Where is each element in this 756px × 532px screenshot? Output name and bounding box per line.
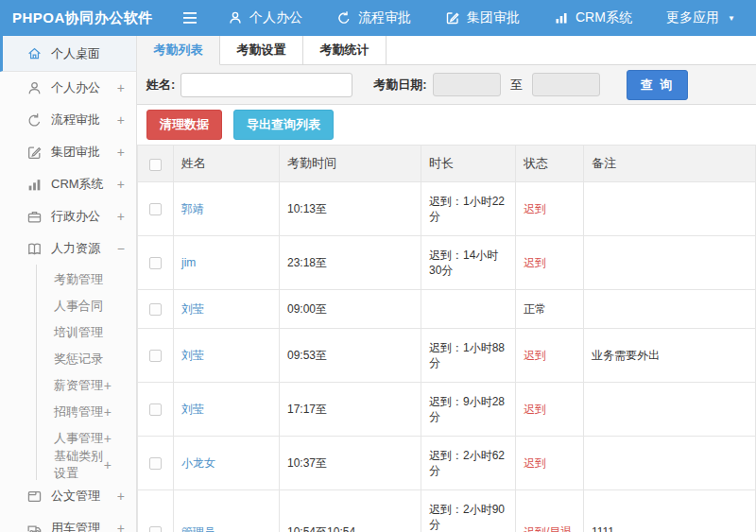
attendance-time: 10:37至 xyxy=(280,437,421,490)
table-row: 刘莹 09:00至 正常 xyxy=(138,290,756,329)
name-label: 姓名: xyxy=(146,77,175,94)
status-label: 迟到 xyxy=(516,437,584,490)
attendance-time: 23:18至 xyxy=(280,236,421,290)
attendance-time: 09:53至 xyxy=(280,329,421,383)
duration-cell xyxy=(421,290,516,329)
nav-workflow-approval[interactable]: 流程审批 xyxy=(336,9,411,26)
sidebar-subitem-reward-punishment[interactable]: 奖惩记录 xyxy=(37,346,136,372)
export-list-button[interactable]: 导出查询列表 xyxy=(233,110,334,140)
duration-cell: 迟到：9小时28分 xyxy=(421,383,516,437)
note-cell xyxy=(584,437,756,490)
table-row: 刘莹 17:17至 迟到：9小时28分 迟到 xyxy=(138,383,756,437)
sidebar-subitem-training-management[interactable]: 培训管理 xyxy=(37,319,136,346)
caret-down-icon: ▼ xyxy=(728,14,735,23)
row-checkbox[interactable] xyxy=(149,203,162,215)
sidebar-item-human-resources[interactable]: 人力资源 − xyxy=(0,232,136,265)
sidebar-subitem-recruitment-management[interactable]: 招聘管理 + xyxy=(37,399,136,425)
table-row: 管理员 10:54至10:54 迟到：2小时90分早退：7小时10分 迟到/早退… xyxy=(138,490,756,532)
nav-more-apps[interactable]: 更多应用 ▼ xyxy=(666,9,735,26)
book-icon xyxy=(26,241,43,257)
duration-cell: 迟到：1小时22分 xyxy=(421,182,516,236)
query-button[interactable]: 查 询 xyxy=(627,70,689,100)
row-checkbox[interactable] xyxy=(149,350,162,362)
duration-cell: 迟到：1小时88分 xyxy=(421,329,516,383)
action-toolbar: 清理数据 导出查询列表 xyxy=(137,105,756,145)
row-checkbox[interactable] xyxy=(149,303,162,316)
employee-name-link[interactable]: 小龙女 xyxy=(181,456,215,470)
status-label: 迟到 xyxy=(516,236,584,290)
employee-name-link[interactable]: jim xyxy=(181,256,196,269)
workflow-icon xyxy=(336,10,352,26)
date-to-input[interactable] xyxy=(532,73,600,96)
table-row: 郭靖 10:13至 迟到：1小时22分 迟到 xyxy=(138,182,756,236)
user-icon xyxy=(26,80,43,96)
tab-attendance-list[interactable]: 考勤列表 xyxy=(137,36,220,65)
edit-icon xyxy=(26,145,43,161)
column-header-note: 备注 xyxy=(584,146,756,182)
note-cell xyxy=(584,182,756,236)
column-header-duration: 时长 xyxy=(421,146,516,182)
sidebar-item-group-approval[interactable]: 集团审批 + xyxy=(0,136,136,168)
name-input[interactable] xyxy=(180,73,352,97)
bar-chart-icon xyxy=(554,10,569,26)
attendance-time: 17:17至 xyxy=(280,383,421,437)
note-cell xyxy=(584,290,756,329)
employee-name-link[interactable]: 刘莹 xyxy=(181,349,204,362)
status-label: 迟到 xyxy=(516,182,584,236)
home-icon xyxy=(26,45,43,61)
main-content: 考勤列表 考勤设置 考勤统计 姓名: 考勤日期: 至 查 询 清理数据 导出查询… xyxy=(137,36,756,532)
date-label: 考勤日期: xyxy=(373,77,426,94)
to-label: 至 xyxy=(510,77,523,94)
tab-attendance-settings[interactable]: 考勤设置 xyxy=(220,36,303,64)
sidebar-subitem-salary-management[interactable]: 薪资管理 + xyxy=(37,372,136,399)
menu-toggle-icon[interactable] xyxy=(182,11,199,25)
nav-crm-system[interactable]: CRM系统 xyxy=(554,9,632,26)
bar-chart-icon xyxy=(26,177,43,193)
row-checkbox[interactable] xyxy=(149,526,162,532)
employee-name-link[interactable]: 刘莹 xyxy=(181,403,204,416)
sidebar-subitem-attendance-management[interactable]: 考勤管理 xyxy=(37,266,136,293)
sidebar-item-vehicle-management[interactable]: 用车管理 + xyxy=(0,512,136,532)
duration-cell: 迟到：2小时90分早退：7小时10分 xyxy=(421,490,516,532)
row-checkbox[interactable] xyxy=(149,403,162,416)
status-label: 迟到 xyxy=(516,383,584,437)
status-label: 正常 xyxy=(516,290,584,329)
app-title: PHPOA协同办公软件 xyxy=(0,9,182,27)
nav-personal-office[interactable]: 个人办公 xyxy=(228,9,302,26)
sidebar-item-personal-office[interactable]: 个人办公 + xyxy=(0,72,136,104)
select-all-checkbox[interactable] xyxy=(149,159,162,171)
attendance-table: 姓名 考勤时间 时长 状态 备注 郭靖 10:13至 迟到：1小时22分 迟到 xyxy=(137,145,756,532)
user-icon xyxy=(228,10,243,26)
sidebar-item-personal-desktop[interactable]: 个人桌面 xyxy=(0,36,136,72)
sidebar-item-crm-system[interactable]: CRM系统 + xyxy=(0,168,136,200)
sidebar: 个人桌面 个人办公 + 流程审批 + 集团审批 + xyxy=(0,36,137,532)
duration-cell: 迟到：2小时62分 xyxy=(421,437,516,490)
sidebar-subitem-base-category-settings[interactable]: 基础类别设置 + xyxy=(37,452,136,478)
sidebar-item-admin-office[interactable]: 行政办公 + xyxy=(0,200,136,232)
briefcase-icon xyxy=(26,209,43,225)
date-from-input[interactable] xyxy=(433,73,501,96)
column-header-name: 姓名 xyxy=(174,146,280,182)
note-cell xyxy=(584,236,756,290)
employee-name-link[interactable]: 管理员 xyxy=(181,525,215,532)
row-checkbox[interactable] xyxy=(149,457,162,470)
status-label: 迟到 xyxy=(516,329,584,383)
clean-data-button[interactable]: 清理数据 xyxy=(146,110,222,140)
table-row: jim 23:18至 迟到：14小时30分 迟到 xyxy=(138,236,756,290)
search-bar: 姓名: 考勤日期: 至 查 询 xyxy=(137,65,756,105)
table-row: 小龙女 10:37至 迟到：2小时62分 迟到 xyxy=(138,437,756,490)
nav-group-approval[interactable]: 集团审批 xyxy=(445,9,520,26)
truck-icon xyxy=(26,521,43,532)
tab-attendance-stats[interactable]: 考勤统计 xyxy=(303,36,387,64)
employee-name-link[interactable]: 郭靖 xyxy=(181,202,204,215)
employee-name-link[interactable]: 刘莹 xyxy=(181,302,204,316)
sidebar-item-workflow-approval[interactable]: 流程审批 + xyxy=(0,104,136,136)
row-checkbox[interactable] xyxy=(149,257,162,269)
sidebar-item-document-management[interactable]: 公文管理 + xyxy=(0,480,136,512)
table-row: 刘莹 09:53至 迟到：1小时88分 迟到 业务需要外出 xyxy=(138,329,756,383)
table-header-row: 姓名 考勤时间 时长 状态 备注 xyxy=(138,146,756,182)
sidebar-subitem-hr-contract[interactable]: 人事合同 xyxy=(37,293,136,319)
attendance-time: 10:54至10:54 xyxy=(280,490,421,532)
attendance-time: 10:13至 xyxy=(280,182,421,236)
top-nav: 个人办公 流程审批 集团审批 CRM系统 更多应用 ▼ xyxy=(228,9,735,26)
